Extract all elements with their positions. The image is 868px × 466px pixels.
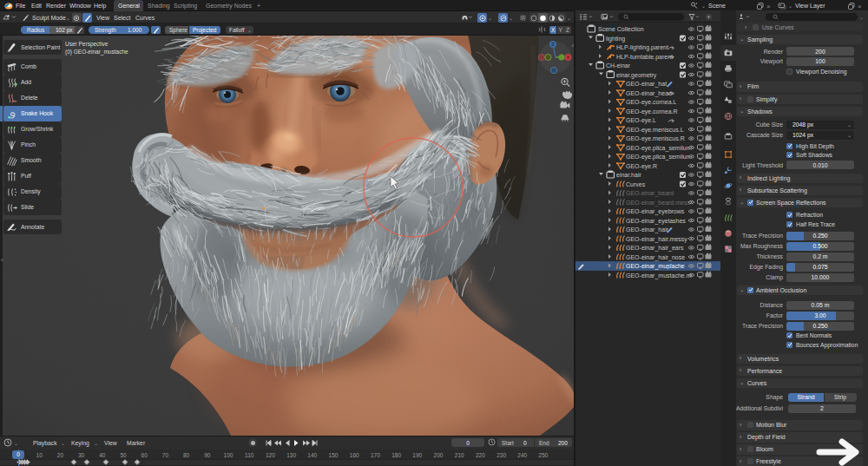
svg-text:GEO-einar_hat: GEO-einar_hat (626, 81, 667, 88)
svg-text:GEO-eye.R: GEO-eye.R (626, 163, 657, 170)
svg-text:Curves: Curves (626, 181, 646, 187)
svg-text:GEO-eye.meniscus.L: GEO-eye.meniscus.L (626, 127, 684, 134)
svg-text:GEO-eye.L: GEO-eye.L (626, 117, 656, 124)
svg-text:GEO-einar_hair: GEO-einar_hair (626, 226, 669, 233)
svg-text:GEO-einar_mustache.m: GEO-einar_mustache.m (626, 272, 692, 279)
svg-text:GEO-eye.plica_semilun: GEO-eye.plica_semilun (626, 154, 690, 161)
svg-text:GEO-eye.plica_semilun: GEO-eye.plica_semilun (626, 145, 690, 152)
svg-text:CH-einar: CH-einar (606, 62, 631, 69)
svg-text:GEO-einar_mustache: GEO-einar_mustache (626, 263, 685, 270)
svg-text:GEO-eye.cornea.R: GEO-eye.cornea.R (626, 108, 678, 115)
svg-text:lighting: lighting (606, 36, 625, 43)
svg-text:HLP-lighting.parent: HLP-lighting.parent (616, 44, 668, 51)
svg-text:GEO-eye.meniscus.R: GEO-eye.meniscus.R (626, 135, 685, 142)
svg-text:einar.geometry: einar.geometry (616, 72, 657, 79)
svg-text:GEO-einar_eyelashes: GEO-einar_eyelashes (626, 218, 686, 225)
svg-text:einar.hair: einar.hair (616, 172, 641, 178)
svg-text:HLP-turntable.parent: HLP-turntable.parent (616, 54, 673, 61)
svg-text:GEO-einar_beard.mess: GEO-einar_beard.mess (626, 200, 690, 207)
svg-text:Scene Collection: Scene Collection (598, 26, 644, 32)
svg-text:GEO-einar_beard: GEO-einar_beard (626, 190, 674, 197)
svg-text:GEO-einar_eyebrows: GEO-einar_eyebrows (626, 208, 685, 215)
svg-text:GEO-einar_head: GEO-einar_head (626, 90, 672, 97)
svg-text:GEO-einar_hair.messy: GEO-einar_hair.messy (626, 236, 687, 243)
svg-text:GEO-einar_hair_ears: GEO-einar_hair_ears (626, 245, 684, 252)
svg-text:GEO-eye.cornea.L: GEO-eye.cornea.L (626, 99, 676, 106)
svg-text:GEO-einar_hair_nose: GEO-einar_hair_nose (626, 254, 685, 261)
